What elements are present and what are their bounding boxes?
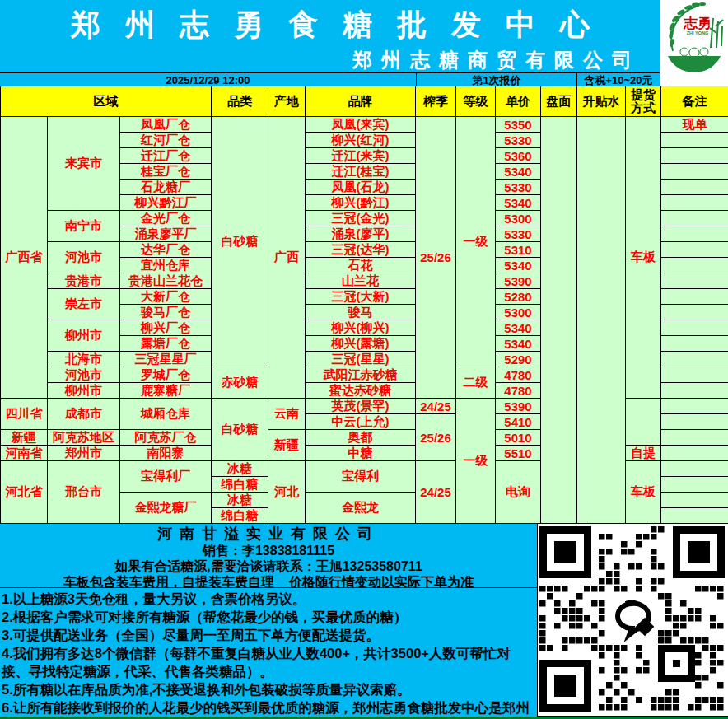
table-cell: 凤凰厂仓 xyxy=(120,117,212,133)
table-cell: 蜜达赤砂糖 xyxy=(306,383,416,399)
footer-delivery-note: 车板包含装车费用，自提装车费自理 价格随行情变动以实际下单为准 xyxy=(0,574,537,588)
table-cell: 贵港市 xyxy=(48,273,120,289)
column-header: 盘面 xyxy=(541,86,577,117)
table-cell: 石龙糖厂 xyxy=(120,180,212,195)
table-cell-remark-empty xyxy=(661,446,728,461)
table-cell: 露塘厂仓 xyxy=(120,336,212,352)
column-header: 提货方式 xyxy=(626,86,661,117)
table-cell: 绵白糖 xyxy=(212,477,268,493)
table-cell: 5510 xyxy=(496,446,541,461)
table-cell: 城厢仓库 xyxy=(120,399,212,430)
quote-datetime: 2025/12/29 12:00 xyxy=(0,73,417,87)
table-cell: 24/25 xyxy=(416,399,456,414)
table-cell-remark-empty xyxy=(661,336,728,352)
table-cell: 5340 xyxy=(496,258,541,273)
table-cell: 5330 xyxy=(496,180,541,195)
table-cell: 新疆 xyxy=(268,430,306,461)
table-cell: 白砂糖 xyxy=(212,399,268,461)
table-cell: 车板 xyxy=(626,461,661,524)
table-cell: 凤凰(来宾) xyxy=(306,117,416,133)
notes-list: 1.以上糖源3天免仓租，量大另议，含票价格另议。2.根据客户需求可对接所有糖源（… xyxy=(0,588,537,717)
table-cell: 河池市 xyxy=(48,242,120,273)
table-cell: 迁江厂仓 xyxy=(120,148,212,164)
table-cell: 5280 xyxy=(496,289,541,305)
table-cell-remark-empty xyxy=(661,383,728,399)
table-cell: 金熙龙糖厂 xyxy=(120,493,212,524)
table-cell: 鹿寨糖厂 xyxy=(120,383,212,399)
table-cell: 5300 xyxy=(496,305,541,320)
logo-en-text: ZHI YONG xyxy=(687,30,709,35)
table-cell: 5340 xyxy=(496,336,541,352)
table-cell: 四川省 xyxy=(1,399,48,430)
table-cell: 5360 xyxy=(496,148,541,164)
table-cell: 5410 xyxy=(496,414,541,430)
table-cell: 河南省 xyxy=(1,446,48,461)
table-cell xyxy=(541,117,577,524)
table-cell: 凤凰(石龙) xyxy=(306,180,416,195)
table-cell: 一级 xyxy=(456,399,496,524)
table-cell: 迁江(来宾) xyxy=(306,148,416,164)
table-cell: 5390 xyxy=(496,399,541,414)
table-cell: 宝得利 xyxy=(306,461,416,493)
wechat-qr-code xyxy=(539,526,727,714)
table-cell-remark-empty xyxy=(661,430,728,446)
table-cell-remark-empty xyxy=(661,461,728,477)
note-item: 5.所有糖以在库品质为准,不接受退换和外包装破损等质量异议索赔。 xyxy=(2,680,534,698)
column-header: 等级 xyxy=(456,86,496,117)
note-item: 6.让所有能接收到报价的人花最少的钱买到最优质的糖源，郑州志勇食糖批发中心是郑州… xyxy=(2,698,534,717)
table-cell: 骏马 xyxy=(306,305,416,320)
column-header: 备注 xyxy=(661,86,728,117)
table-cell-remark-empty xyxy=(661,367,728,383)
table-cell: 25/26 xyxy=(416,414,456,461)
table-cell: 山兰花 xyxy=(306,273,416,289)
table-cell: 5330 xyxy=(496,226,541,242)
contact-band: 河南甘溢实业有限公司 销售：李13838181115 如果有合适糖源,需要洽谈请… xyxy=(0,524,537,588)
table-cell: 奥都 xyxy=(306,430,416,446)
price-table: 区域品类产地品牌榨季等级单价盘面升贴水提货方式备注广西省四川省新疆河南省河北省来… xyxy=(0,86,728,524)
table-cell: 骏马厂仓 xyxy=(120,305,212,320)
table-cell-remark-empty xyxy=(661,399,728,414)
footer-text-area: 河南甘溢实业有限公司 销售：李13838181115 如果有合适糖源,需要洽谈请… xyxy=(0,524,538,717)
table-cell: 绵白糖 xyxy=(212,508,268,524)
table-cell-remark-empty xyxy=(661,414,728,430)
table-cell xyxy=(626,399,661,446)
table-cell: 北海市 xyxy=(48,352,120,367)
table-cell: 武阳江赤砂糖 xyxy=(306,367,416,383)
table-cell: 南宁市 xyxy=(48,211,120,242)
table-cell: 红河厂仓 xyxy=(120,133,212,148)
table-cell: 桂宝厂仓 xyxy=(120,164,212,180)
price-sheet-page: 郑州志勇食糖批发中心 郑州志糖商贸有限公司 xyxy=(0,0,728,719)
table-cell: 英茂(景罕) xyxy=(306,399,416,414)
table-cell: 云南 xyxy=(268,399,306,430)
table-cell: 24/25 xyxy=(416,461,456,524)
table-cell: 大新厂仓 xyxy=(120,289,212,305)
column-header: 升贴水 xyxy=(577,86,626,117)
quote-tax-note: 含税+10~20元 xyxy=(577,73,660,87)
table-cell: 柳兴(柳兴) xyxy=(306,320,416,336)
table-cell: 5010 xyxy=(496,430,541,446)
company-logo: 志勇 ZHI YONG xyxy=(660,0,728,87)
table-cell: 车板 xyxy=(626,117,661,399)
table-cell: 金熙龙 xyxy=(306,493,416,524)
table-cell: 来宾市 xyxy=(48,117,120,211)
table-cell: 新疆 xyxy=(1,430,48,446)
note-item: 1.以上糖源3天免仓租，量大另议，含票价格另议。 xyxy=(2,590,534,608)
table-cell: 广西 xyxy=(268,117,306,399)
column-header: 榨季 xyxy=(416,86,456,117)
table-cell: 金光厂仓 xyxy=(120,211,212,226)
table-cell-remark-empty xyxy=(661,180,728,195)
footer-sales-phone: 销售：李13838181115 xyxy=(0,543,537,558)
column-header: 品牌 xyxy=(306,86,416,117)
table-cell: 柳州市 xyxy=(48,383,120,399)
table-cell-remark-empty xyxy=(661,148,728,164)
top-banner: 郑州志勇食糖批发中心 郑州志糖商贸有限公司 xyxy=(0,0,660,72)
table-cell: 三冠(达华) xyxy=(306,242,416,258)
footer: 河南甘溢实业有限公司 销售：李13838181115 如果有合适糖源,需要洽谈请… xyxy=(0,524,728,717)
table-cell-remark-empty xyxy=(661,508,728,524)
table-cell: 柳兴(露塘) xyxy=(306,336,416,352)
table-cell: 南阳寨 xyxy=(120,446,212,461)
table-cell: 5340 xyxy=(496,164,541,180)
table-cell: 涌泉(廖平) xyxy=(306,226,416,242)
table-cell: 石花 xyxy=(306,258,416,273)
table-cell-remark-empty xyxy=(661,493,728,508)
